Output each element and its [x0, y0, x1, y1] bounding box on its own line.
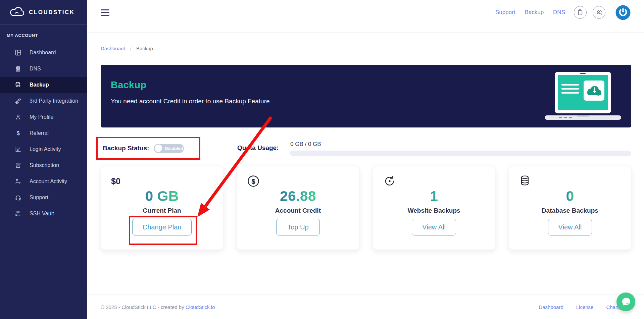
sidebar-item-referral[interactable]: $ Referral	[0, 125, 87, 141]
sidebar-item-label: DNS	[30, 66, 41, 72]
backup-status-annotation-box: Backup Status: Disabled	[96, 137, 200, 160]
quota-progress-bar	[290, 151, 631, 156]
sidebar-item-label: 3rd Party Integration	[30, 98, 78, 104]
sidebar-item-backup[interactable]: Backup	[0, 77, 87, 93]
dollar-circle-icon: $	[247, 175, 260, 188]
ssh-vault-icon: SSH	[15, 210, 21, 217]
breadcrumb-current: Backup	[136, 46, 153, 51]
topnav-link-backup[interactable]: Backup	[525, 9, 544, 16]
current-plan-value: 0 GB	[145, 188, 179, 204]
sidebar-item-my-profile[interactable]: My Profile	[0, 109, 87, 125]
quota-usage-label: Quota Usage:	[237, 144, 280, 156]
power-logout-button[interactable]	[615, 5, 631, 20]
login-activity-icon	[15, 146, 21, 153]
quota-usage: Quota Usage: 0 GB / 0 GB	[237, 139, 631, 156]
sidebar-item-login-activity[interactable]: Login Activity	[0, 141, 87, 157]
sidebar-item-label: Backup	[30, 82, 49, 88]
sidebar: CLOUDSTICK MY ACCOUNT Dashboard DNS DNS …	[0, 0, 87, 319]
footer-link-dashboard[interactable]: Dashboard	[539, 304, 563, 310]
cloudstick-io-link[interactable]: CloudStick.io	[186, 304, 215, 310]
view-all-website-backups-button[interactable]: View All	[412, 219, 456, 235]
current-plan-label: Current Plan	[143, 207, 181, 214]
clipboard-icon	[577, 9, 584, 16]
summary-cards: $0 0 GB Current Plan Change Plan $ 26.88…	[101, 166, 631, 250]
svg-text:SSH: SSH	[16, 211, 20, 213]
website-backups-value: 1	[430, 188, 438, 204]
toggle-knob	[155, 145, 162, 152]
website-backups-label: Website Backups	[408, 207, 460, 214]
main-content: Dashboard / Backup Backup You need accou…	[87, 25, 644, 295]
sidebar-item-label: My Profile	[30, 114, 53, 120]
view-all-database-backups-button[interactable]: View All	[548, 219, 592, 235]
sidebar-item-account-activity[interactable]: Account Activity	[0, 173, 87, 190]
cloudstick-logo[interactable]: CLOUDSTICK	[0, 0, 87, 25]
clipboard-button[interactable]	[574, 6, 587, 19]
referral-icon: $	[15, 130, 21, 137]
dns-icon: DNS	[15, 65, 21, 72]
copyright-prefix: © 2025 - CloudStick LLC - created by	[101, 304, 186, 310]
top-up-button[interactable]: Top Up	[276, 219, 320, 235]
svg-text:$: $	[251, 177, 255, 185]
cloud-logo-icon	[8, 7, 26, 18]
topbar: Support Backup DNS	[87, 0, 644, 25]
toggle-state-label: Disabled	[165, 146, 183, 151]
brand-name: CLOUDSTICK	[29, 9, 75, 16]
breadcrumb: Dashboard / Backup	[101, 46, 153, 51]
footer: © 2025 - CloudStick LLC - created by Clo…	[87, 295, 644, 319]
backup-icon	[15, 82, 21, 88]
sidebar-menu: Dashboard DNS DNS Backup 3rd Party Integ…	[0, 45, 87, 222]
sidebar-item-support[interactable]: Support	[0, 190, 87, 206]
topnav: Support Backup DNS	[486, 5, 631, 20]
account-activity-icon	[15, 178, 21, 185]
plan-price-badge: $0	[111, 176, 120, 186]
backup-status-toggle[interactable]: Disabled	[154, 144, 184, 153]
profile-icon	[15, 114, 21, 120]
header-divider	[87, 32, 644, 33]
topnav-link-dns[interactable]: DNS	[553, 9, 565, 16]
sidebar-item-label: Referral	[30, 130, 49, 136]
copyright-text: © 2025 - CloudStick LLC - created by Clo…	[101, 304, 215, 310]
live-chat-button[interactable]	[616, 293, 635, 311]
sidebar-item-ssh-vault[interactable]: SSH SSH Vault	[0, 206, 87, 222]
chat-bubble-icon	[621, 297, 631, 307]
database-backups-label: Database Backups	[542, 207, 598, 214]
footer-link-license[interactable]: License	[576, 304, 594, 310]
sidebar-item-3rd-party-integration[interactable]: 3rd Party Integration	[0, 93, 87, 109]
backup-hero-banner: Backup You need account Credit in order …	[101, 65, 631, 127]
database-backups-card: 0 Database Backups View All	[509, 166, 631, 250]
power-icon	[615, 5, 631, 20]
current-plan-card: $0 0 GB Current Plan Change Plan	[101, 166, 223, 250]
svg-text:$: $	[16, 130, 19, 136]
account-credit-value: 26.88	[280, 188, 316, 204]
sidebar-item-subscription[interactable]: Subscription	[0, 157, 87, 173]
users-icon	[595, 9, 603, 16]
account-credit-card: $ 26.88 Account Credit Top Up	[237, 166, 359, 250]
database-backups-value: 0	[566, 188, 574, 204]
breadcrumb-dashboard-link[interactable]: Dashboard	[101, 46, 125, 51]
account-credit-label: Account Credit	[275, 207, 321, 214]
sidebar-item-dashboard[interactable]: Dashboard	[0, 45, 87, 61]
sidebar-item-label: SSH Vault	[30, 211, 54, 217]
website-backups-card: 1 Website Backups View All	[373, 166, 495, 250]
sidebar-item-label: Login Activity	[30, 146, 61, 152]
account-users-button[interactable]	[593, 6, 605, 19]
sidebar-item-dns[interactable]: DNS DNS	[0, 61, 87, 77]
sidebar-item-label: Account Activity	[30, 178, 67, 184]
svg-text:DNS: DNS	[16, 70, 19, 71]
topnav-link-support[interactable]: Support	[495, 9, 515, 16]
subscription-icon	[15, 162, 21, 169]
sidebar-item-label: Support	[30, 195, 48, 201]
integrations-icon	[15, 98, 21, 104]
breadcrumb-separator: /	[130, 46, 132, 51]
dashboard-icon	[15, 49, 21, 56]
sidebar-item-label: Subscription	[30, 162, 59, 168]
change-plan-button[interactable]: Change Plan	[132, 219, 192, 235]
history-icon	[383, 175, 396, 188]
database-icon	[519, 175, 531, 188]
hamburger-menu-button[interactable]	[101, 9, 109, 16]
quota-usage-value: 0 GB / 0 GB	[290, 141, 631, 148]
support-icon	[15, 194, 21, 201]
backup-status-label: Backup Status:	[103, 145, 149, 152]
laptop-cloud-backup-illustration	[545, 72, 621, 121]
sidebar-section-label: MY ACCOUNT	[7, 33, 87, 38]
